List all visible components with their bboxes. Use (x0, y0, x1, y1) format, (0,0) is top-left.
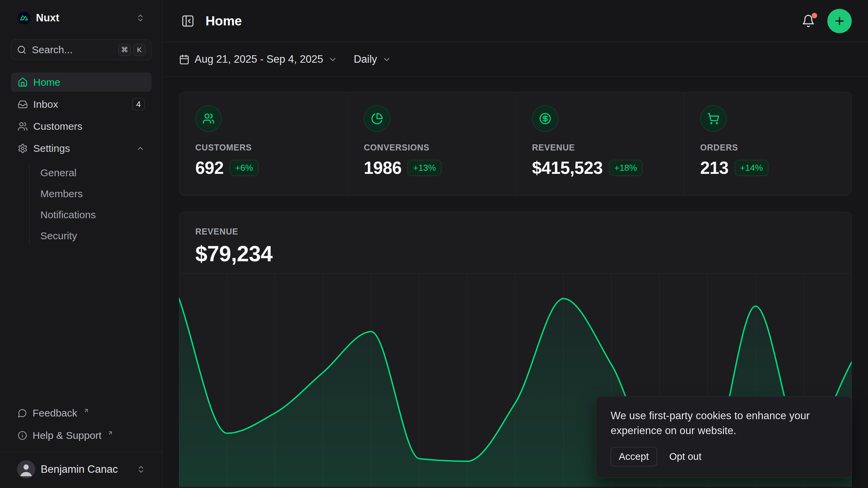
app-root: Nuxt Search... ⌘ K Home (0, 0, 868, 488)
stat-value: 692 (195, 158, 224, 178)
external-link-icon (107, 430, 113, 436)
pie-chart-icon (364, 105, 390, 132)
sidebar-item-members[interactable]: Members (35, 184, 152, 203)
user-menu-button[interactable]: Benjamin Canac (11, 458, 152, 481)
notifications-button[interactable] (800, 12, 817, 30)
sidebar-collapse-button[interactable] (179, 12, 197, 30)
brand-name: Nuxt (36, 12, 59, 24)
sidebar-item-customers[interactable]: Customers (11, 117, 152, 136)
granularity-label: Daily (354, 53, 377, 65)
chevron-down-icon (328, 55, 337, 64)
filters-toolbar: Aug 21, 2025 - Sep 4, 2025 Daily (163, 42, 868, 77)
info-circle-icon (18, 431, 27, 440)
sidebar-item-settings[interactable]: Settings (11, 139, 152, 158)
stat-value: $415,523 (532, 158, 603, 178)
chevron-down-icon (382, 55, 391, 64)
sidebar-nav: Home Inbox 4 Customers Settings (11, 73, 152, 246)
inbox-icon (18, 99, 28, 109)
circle-dollar-icon (532, 105, 558, 132)
avatar (17, 460, 35, 479)
stat-value: 1986 (364, 158, 401, 178)
stat-delta-badge: +6% (230, 160, 259, 176)
accept-button[interactable]: Accept (611, 447, 657, 466)
stat-orders: ORDERS 213 +14% (684, 92, 852, 196)
sidebar-item-help-support[interactable]: Help & Support (11, 425, 152, 446)
sidebar-item-label: Inbox (33, 99, 58, 110)
shopping-cart-icon (700, 105, 727, 132)
page-title: Home (205, 14, 242, 28)
sidebar-item-security[interactable]: Security (35, 226, 152, 245)
cookie-actions: Accept Opt out (611, 447, 837, 466)
chevrons-up-down-icon (136, 14, 145, 22)
stat-value: 213 (700, 158, 729, 178)
stat-delta-badge: +18% (609, 160, 643, 176)
sidebar-item-label: Home (33, 77, 60, 88)
sidebar-spacer (11, 246, 152, 403)
users-icon (195, 105, 222, 132)
chevron-up-icon (136, 144, 145, 153)
search-input[interactable]: Search... ⌘ K (11, 39, 152, 60)
stat-label: REVENUE (532, 143, 667, 152)
sidebar-item-notifications[interactable]: Notifications (35, 205, 152, 224)
stat-revenue: REVENUE $415,523 +18% (515, 92, 684, 196)
sidebar-footer-nav: Feedback Help & Support (11, 403, 152, 446)
sidebar-item-feedback[interactable]: Feedback (11, 403, 152, 423)
panel-left-close-icon (181, 14, 195, 28)
sidebar-item-label: Customers (33, 121, 82, 132)
footer-item-label: Help & Support (33, 430, 101, 441)
users-icon (18, 121, 28, 131)
sidebar-item-label: Settings (33, 143, 70, 154)
settings-subnav: General Members Notifications Security (29, 163, 152, 245)
date-range-label: Aug 21, 2025 - Sep 4, 2025 (195, 53, 323, 65)
notification-dot (812, 13, 817, 18)
stat-label: CUSTOMERS (195, 143, 331, 152)
sidebar: Nuxt Search... ⌘ K Home (0, 0, 163, 488)
stats-card: CUSTOMERS 692 +6% CONVERSIONS 1986 +13% (179, 92, 852, 196)
stat-label: ORDERS (700, 143, 835, 152)
sidebar-item-home[interactable]: Home (11, 73, 152, 92)
kbd-cmd: ⌘ (118, 44, 131, 56)
stat-delta-badge: +13% (408, 160, 441, 176)
cookie-message: We use first-party cookies to enhance yo… (611, 408, 837, 438)
revenue-chart-header: REVENUE $79,234 (179, 212, 852, 266)
revenue-chart-label: REVENUE (195, 227, 835, 237)
sidebar-item-inbox[interactable]: Inbox 4 (11, 95, 152, 114)
footer-item-label: Feedback (33, 407, 77, 419)
page-header: Home (163, 0, 868, 42)
stat-delta-badge: +14% (735, 160, 768, 176)
calendar-icon (179, 54, 190, 65)
sidebar-item-general[interactable]: General (35, 163, 152, 182)
stat-customers: CUSTOMERS 692 +6% (179, 92, 347, 196)
header-actions (800, 9, 852, 33)
user-name: Benjamin Canac (41, 463, 118, 475)
date-range-picker[interactable]: Aug 21, 2025 - Sep 4, 2025 (179, 53, 337, 65)
gear-icon (18, 143, 28, 154)
stat-label: CONVERSIONS (364, 143, 499, 152)
external-link-icon (83, 408, 89, 413)
search-icon (17, 45, 26, 55)
house-icon (18, 77, 28, 87)
team-switcher-button[interactable]: Nuxt (11, 8, 152, 28)
nuxt-logo-icon (18, 12, 31, 24)
chevrons-up-down-icon (137, 465, 145, 474)
sidebar-divider (0, 452, 162, 452)
opt-out-button[interactable]: Opt out (669, 447, 702, 466)
plus-icon (833, 15, 846, 27)
message-circle-icon (18, 408, 27, 418)
cookie-banner: We use first-party cookies to enhance yo… (596, 396, 852, 478)
add-button[interactable] (827, 9, 852, 33)
stat-conversions: CONVERSIONS 1986 +13% (347, 92, 515, 196)
search-shortcut: ⌘ K (118, 44, 145, 56)
search-placeholder: Search... (32, 44, 73, 56)
revenue-chart-value: $79,234 (195, 241, 835, 266)
granularity-select[interactable]: Daily (354, 53, 391, 65)
kbd-k: K (133, 44, 145, 56)
inbox-count-badge: 4 (132, 98, 145, 110)
